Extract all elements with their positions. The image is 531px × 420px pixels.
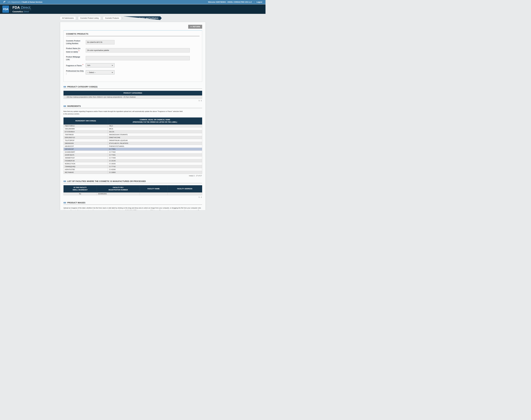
cosmetic-product-listing-number-input[interactable] xyxy=(86,40,115,45)
collapse-icon[interactable] xyxy=(63,105,66,107)
facilities-body: No3029953001 xyxy=(63,192,202,195)
product-categories-body: •(03) Eye makeup preparations (other tha… xyxy=(63,95,202,99)
ingredient-row[interactable]: HIE492ZZ3TPHENOXYETHANOL xyxy=(63,145,202,148)
ingredient-name-cell: PHENOXYETHANOL xyxy=(108,145,202,148)
ingredient-row[interactable]: I753WB2F1MCI 19140 xyxy=(63,159,202,162)
collapse-icon[interactable] xyxy=(63,180,66,182)
field-label-text: Product Name (As listed on label): xyxy=(66,47,80,53)
form-title: COSMETIC PRODUCTS xyxy=(66,33,200,36)
ingredient-row[interactable]: 15FIX9V2JPCI 77891 xyxy=(63,148,202,151)
breadcrumb-item-all-submissions[interactable]: All Submissions xyxy=(60,16,76,20)
ingredient-row[interactable]: EX438O2MRTCI 77492 xyxy=(63,151,202,153)
field-control xyxy=(86,40,115,45)
section-title: PRODUCT CATEGORY CODE(S) xyxy=(67,86,98,88)
section-title: LIST OF FACILITIES WHERE THE COSMETIC IS… xyxy=(67,180,146,182)
field-control xyxy=(86,56,190,60)
collapse-icon[interactable] xyxy=(63,86,66,88)
ingredient-row[interactable]: H3R47K3TBDCI 42090 xyxy=(63,168,202,171)
brand-header: FDA FDA Direct, Cosmetics Direct xyxy=(0,4,266,14)
ingredient-row[interactable]: 1K09F3G675CI 77491 xyxy=(63,153,202,156)
ingredient-row[interactable]: 70097M6I30MAGNESIUM STEARATE xyxy=(63,133,202,136)
ingredient-name-cell: PARAFFINUM LIQUIDUM xyxy=(108,139,202,142)
ingredient-row[interactable]: 7SEV7J4R1UTALC xyxy=(63,124,202,127)
ingredient-row[interactable]: 2865993309ETHYLHEXYL PALMITATE xyxy=(63,142,202,145)
field-control: -- Select -- xyxy=(86,70,115,75)
breadcrumb-item-cosmetic-product-listing[interactable]: Cosmetic Product Listing xyxy=(78,16,101,20)
product-categories-table: PRODUCT CATEGORIES •(03) Eye makeup prep… xyxy=(63,91,202,99)
form-row-product-webpage-link: Product Webpage Link: xyxy=(66,56,200,61)
select-value: N/A xyxy=(88,64,90,66)
ingredient-unii-cell: 2865993309 xyxy=(63,142,108,145)
section-product-categories: PRODUCT CATEGORY CODE(S) xyxy=(63,86,202,89)
government-topbar: U.S. Department of Health & Human Servic… xyxy=(0,0,266,4)
section-ingredients: INGREDIENTS xyxy=(63,105,202,108)
ingredient-unii-cell: WZB9127XOA xyxy=(63,162,108,165)
ingredient-name-cell: CI 77492 xyxy=(108,151,202,153)
ingredients-body: 7SEV7J4R1UTALCV8A1AW0880MICAETJ7Z6XBU4SI… xyxy=(63,124,202,174)
ingredient-name-cell: CI 16035 xyxy=(108,162,202,165)
main-panel: << RETURN COSMETIC PRODUCTS Cosmetic Pro… xyxy=(60,22,206,210)
column-header: PRODUCT CATEGORIES xyxy=(63,91,202,95)
field-label-text: Fragrance or Flavor: xyxy=(66,65,82,67)
app-title-line2: Cosmetics Direct xyxy=(13,10,31,13)
ingredient-row[interactable]: XM0M87F357CI 77499 xyxy=(63,156,202,159)
professional-use-only-select[interactable]: -- Select -- xyxy=(86,70,115,75)
ingredient-unii-cell: 70097M6I30 xyxy=(63,133,108,136)
collapse-icon[interactable] xyxy=(63,202,66,203)
facility-fei-cell: 3029953001 xyxy=(97,192,140,195)
ingredient-name-cell: CI 77891 xyxy=(108,148,202,151)
section-title: INGREDIENTS xyxy=(67,105,81,107)
field-label-text: Product Webpage Link: xyxy=(66,56,80,60)
column-header-is-this-facility: IS THIS FACILITY SMALL BUSINESS? xyxy=(63,185,97,192)
ingredients-table: INGREDIENT UNII CODE(S) COMMON, USUAL OR… xyxy=(63,118,202,174)
ingredient-name-cell: CI 42090 xyxy=(108,168,202,171)
field-control xyxy=(86,48,190,52)
ingredient-unii-cell: H3R47K3TBD xyxy=(63,168,108,171)
column-header-name: COMMON, USUAL OR CHEMICAL NAME (PREFERAB… xyxy=(108,118,202,124)
column-header-facility-name: FACILITY NAME xyxy=(140,185,167,192)
ingredient-unii-cell: V8A1AW0880 xyxy=(63,127,108,130)
ingredient-name-cell: CI 77499 xyxy=(108,156,202,159)
ingredient-name-cell: SILICA xyxy=(108,130,202,133)
ingredient-row[interactable]: 92RU3N3Y1ODIMETHICONE xyxy=(63,136,202,139)
return-button[interactable]: << RETURN xyxy=(188,25,202,29)
ingredient-row[interactable]: 72M48QQV8QCI 77742 xyxy=(63,165,202,168)
ingredient-row[interactable]: 481744AI4OCI 15850 xyxy=(63,171,202,174)
facility-row: No3029953001 xyxy=(63,192,202,195)
field-label: Cosmetic Product Listing Number: xyxy=(66,40,84,45)
ingredient-row[interactable]: T5L8T28FGPPARAFFINUM LIQUIDUM xyxy=(63,139,202,142)
cosmetic-form-rows: Cosmetic Product Listing Number:Product … xyxy=(66,40,200,75)
pagination: row(s) 1 - 17 of 17 xyxy=(64,175,202,177)
ingredient-row[interactable]: WZB9127XOACI 16035 xyxy=(63,162,202,165)
field-label: Product Webpage Link: xyxy=(66,56,84,61)
breadcrumb-separator-icon xyxy=(101,17,103,19)
welcome-text: Welcome 15267383641 - ANGEL CONSULTING U… xyxy=(208,1,254,3)
breadcrumb-item-product-s-ingredient-s-and-facility-ies[interactable]: Product(s), Ingredient(s), and Facility(… xyxy=(123,16,162,20)
ingredient-unii-cell: 1K09F3G675 xyxy=(63,153,108,156)
ingredient-row[interactable]: ETJ7Z6XBU4SILICA xyxy=(63,130,202,133)
field-label: Fragrance or Flavor:* xyxy=(66,64,84,67)
facilities-header-row: IS THIS FACILITY SMALL BUSINESS?FACILITY… xyxy=(63,185,202,192)
product-name-as-listed-on-label-input[interactable] xyxy=(86,48,190,52)
breadcrumb-item-cosmetic-products[interactable]: Cosmetic Products xyxy=(103,16,121,20)
product-webpage-link-input[interactable] xyxy=(86,56,190,60)
logout-link[interactable]: Logout xyxy=(254,1,262,3)
ingredient-unii-cell: I753WB2F1M xyxy=(63,159,108,162)
breadcrumb-separator-icon xyxy=(121,17,123,19)
field-label: Professional Use Only : xyxy=(66,70,84,75)
select-value: -- Select -- xyxy=(88,71,96,74)
fragrance-or-flavor-select[interactable]: N/A xyxy=(86,63,115,67)
ingredient-unii-cell: T5L8T28FGP xyxy=(63,139,108,142)
upload-instructions: Upload an image(s) of the label, whether… xyxy=(63,207,202,210)
ingredient-unii-cell: HIE492ZZ3T xyxy=(63,145,108,148)
field-label-text: Professional Use Only : xyxy=(66,70,84,75)
column-header-unii: INGREDIENT UNII CODE(S) xyxy=(63,118,108,124)
chevron-down-icon xyxy=(112,72,113,73)
app-title: FDA Direct, Cosmetics Direct xyxy=(11,6,31,13)
ingredient-name-cell: CI 77491 xyxy=(108,153,202,156)
ingredient-unii-cell: 481744AI4O xyxy=(63,171,108,174)
fda-logo: FDA xyxy=(2,6,9,13)
ingredient-row[interactable]: V8A1AW0880MICA xyxy=(63,127,202,130)
ingredient-unii-cell: 7SEV7J4R1U xyxy=(63,124,108,127)
ingredient-name-cell: CI 77742 xyxy=(108,165,202,168)
